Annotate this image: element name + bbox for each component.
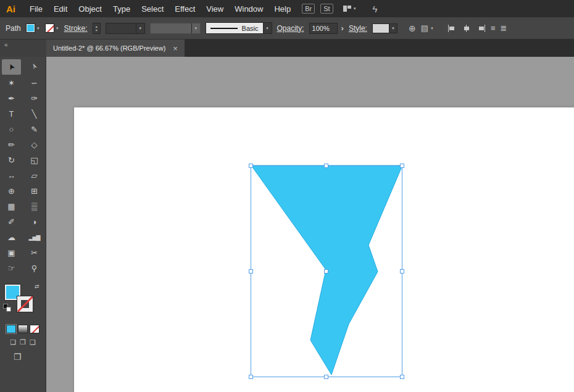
menu-file[interactable]: File [24, 4, 48, 14]
lasso-tool[interactable]: ∽ [23, 75, 46, 91]
selection-tool[interactable]: ➤ [2, 59, 21, 75]
stroke-color-combo[interactable]: ▼ [45, 23, 59, 33]
handle-middle-left[interactable] [249, 269, 253, 273]
graphic-style-dropdown-button[interactable]: ▼ [389, 24, 397, 33]
drawing-modes-row: ❏ ❐ ❑ [0, 338, 46, 346]
close-tab-icon[interactable]: × [173, 44, 178, 52]
fill-color-swatch[interactable] [26, 23, 35, 33]
draw-inside-icon[interactable]: ❑ [30, 338, 36, 346]
stock-button[interactable]: St [320, 4, 333, 14]
stroke-panel-link[interactable]: Stroke: [64, 24, 88, 33]
shape-builder-tool[interactable]: ⊕ [0, 183, 23, 199]
chevron-down-icon: ▼ [353, 7, 357, 10]
variable-width-profile-value [151, 23, 191, 33]
pen-tool[interactable]: ✒ [0, 91, 23, 106]
default-fill-stroke-icon[interactable] [3, 304, 11, 312]
menu-effect[interactable]: Effect [169, 4, 201, 14]
align-right-icon[interactable] [477, 25, 486, 32]
workspace-switcher[interactable]: ▼ [343, 6, 357, 12]
type-tool[interactable]: T [0, 106, 23, 122]
opacity-input[interactable]: 100% [309, 23, 338, 34]
menu-select[interactable]: Select [136, 4, 169, 14]
document-tab[interactable]: Untitled-2* @ 66.67% (RGB/Preview) × [46, 40, 185, 57]
panel-collapse-strip[interactable]: « [0, 40, 46, 57]
gradient-tool[interactable]: ▒ [23, 199, 46, 214]
brush-dropdown-button[interactable]: ▼ [263, 23, 272, 33]
handle-top-middle[interactable] [324, 164, 328, 168]
distribute-icon[interactable]: ≡ [491, 23, 496, 33]
stroke-width-combo[interactable]: ▼ [106, 23, 145, 34]
chevron-down-icon: ▼ [430, 27, 434, 30]
document-setup-button[interactable]: ▤ ▼ [421, 23, 434, 33]
draw-normal-icon[interactable]: ❏ [10, 338, 16, 346]
handle-bottom-left[interactable] [249, 375, 253, 379]
menu-type[interactable]: Type [107, 4, 136, 14]
blend-tool[interactable]: ◑ [23, 214, 46, 230]
handle-top-left[interactable] [249, 164, 253, 168]
graphic-style-combo[interactable]: ▼ [372, 23, 397, 33]
curvature-tool[interactable]: ✑ [23, 91, 46, 106]
line-segment-tool[interactable]: ╲ [23, 106, 46, 122]
style-panel-link[interactable]: Style: [349, 24, 367, 33]
document-tab-bar: « Untitled-2* @ 66.67% (RGB/Preview) × [0, 40, 574, 57]
stroke-width-value[interactable] [106, 23, 136, 33]
stepper-down-icon[interactable]: ▼ [95, 28, 98, 32]
opacity-expand-icon[interactable]: › [341, 23, 344, 33]
symbol-sprayer-tool[interactable]: ☁ [0, 230, 23, 245]
handle-top-right[interactable] [400, 164, 404, 168]
menu-object[interactable]: Object [73, 4, 107, 14]
paragraph-align-icon[interactable]: ≣ [500, 23, 507, 33]
zoom-tool[interactable]: ⚲ [23, 261, 46, 276]
column-graph-tool[interactable]: ▂▅▇ [23, 230, 46, 245]
handle-bottom-right[interactable] [400, 375, 404, 379]
opacity-panel-link[interactable]: Opacity: [277, 24, 304, 33]
draw-behind-icon[interactable]: ❐ [20, 338, 26, 346]
ellipse-tool[interactable]: ○ [0, 122, 23, 137]
rotate-tool[interactable]: ↻ [0, 152, 23, 168]
selection-bounding-box[interactable] [251, 165, 402, 377]
change-screen-mode-icon[interactable]: ❐ [14, 352, 22, 362]
eyedropper-tool[interactable]: ✐ [0, 214, 23, 230]
menu-edit[interactable]: Edit [48, 4, 73, 14]
eraser-tool[interactable]: ◇ [23, 137, 46, 152]
gpu-performance-icon[interactable]: ϟ [373, 4, 378, 14]
stroke-width-stepper[interactable]: ▲ ▼ [93, 23, 101, 34]
chevron-down-icon: ▼ [391, 27, 395, 30]
artboard-tool[interactable]: ▣ [0, 245, 23, 261]
chevron-down-icon: ▼ [265, 27, 269, 30]
bridge-button[interactable]: Br [302, 4, 315, 14]
handle-bottom-middle[interactable] [324, 375, 328, 379]
menu-window[interactable]: Window [229, 4, 268, 14]
handle-middle-right[interactable] [400, 269, 404, 273]
brush-stroke-preview [210, 28, 238, 29]
stroke-indicator[interactable] [17, 296, 33, 312]
align-center-icon[interactable] [462, 25, 471, 32]
gradient-button[interactable] [18, 325, 28, 333]
handle-center[interactable] [324, 269, 328, 273]
none-button[interactable] [30, 325, 40, 333]
canvas-area[interactable] [46, 57, 574, 392]
scale-tool[interactable]: ◱ [23, 152, 46, 168]
swap-fill-stroke-icon[interactable]: ⇄ [35, 283, 40, 290]
globe-icon[interactable]: ⊕ [409, 23, 416, 33]
direct-selection-tool[interactable]: ➢ [23, 59, 46, 74]
paintbrush-tool[interactable]: ✎ [23, 122, 46, 137]
hand-tool[interactable]: ☞ [0, 261, 23, 276]
menu-view[interactable]: View [201, 4, 229, 14]
width-tool[interactable]: ↔ [0, 168, 23, 183]
menu-help[interactable]: Help [268, 4, 296, 14]
free-transform-tool[interactable]: ▱ [23, 168, 46, 183]
brush-definition-combo[interactable]: Basic ▼ [206, 22, 272, 34]
pencil-tool[interactable]: ✏ [0, 137, 23, 152]
collapse-panel-icon[interactable]: « [4, 41, 8, 48]
align-left-icon[interactable] [447, 25, 456, 32]
perspective-grid-tool[interactable]: ⊞ [23, 183, 46, 199]
magic-wand-tool[interactable]: ✶ [0, 75, 23, 91]
stroke-width-dropdown-button[interactable]: ▼ [136, 23, 144, 33]
color-button[interactable] [6, 325, 16, 333]
mesh-tool[interactable]: ▦ [0, 199, 23, 214]
fill-color-combo[interactable]: ▼ [26, 23, 40, 33]
slice-tool[interactable]: ✂ [23, 245, 46, 261]
tools-panel: ➤ ➢ ✶ ∽ ✒ ✑ T ╲ ○ ✎ ✏ ◇ ↻ ◱ ↔ ▱ ⊕ ⊞ ▦ ▒ … [0, 57, 46, 392]
stroke-color-swatch[interactable] [45, 23, 54, 33]
